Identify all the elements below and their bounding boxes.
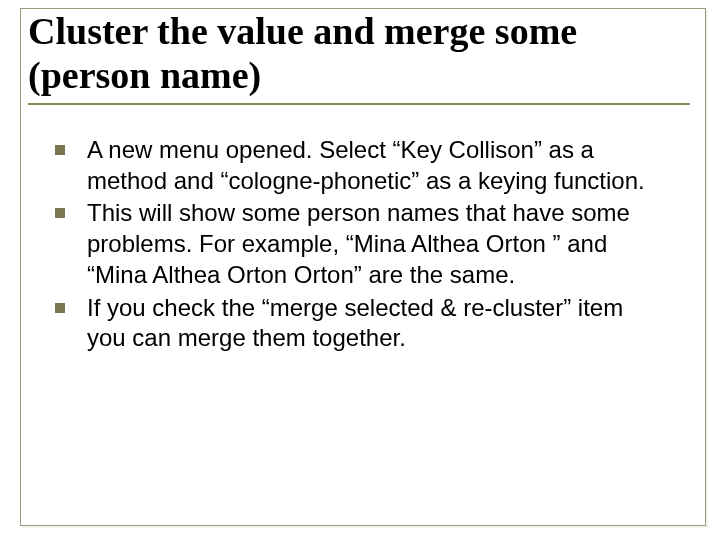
- bullet-text: If you check the “merge selected & re-cl…: [87, 293, 665, 354]
- square-bullet-icon: [55, 208, 65, 218]
- list-item: If you check the “merge selected & re-cl…: [55, 293, 665, 354]
- list-item: A new menu opened. Select “Key Collison”…: [55, 135, 665, 196]
- body-content: A new menu opened. Select “Key Collison”…: [55, 135, 665, 356]
- bullet-text: This will show some person names that ha…: [87, 198, 665, 290]
- slide-title: Cluster the value and merge some (person…: [28, 10, 690, 97]
- title-block: Cluster the value and merge some (person…: [28, 10, 690, 105]
- square-bullet-icon: [55, 303, 65, 313]
- square-bullet-icon: [55, 145, 65, 155]
- bullet-text: A new menu opened. Select “Key Collison”…: [87, 135, 665, 196]
- title-underline: [28, 103, 690, 105]
- list-item: This will show some person names that ha…: [55, 198, 665, 290]
